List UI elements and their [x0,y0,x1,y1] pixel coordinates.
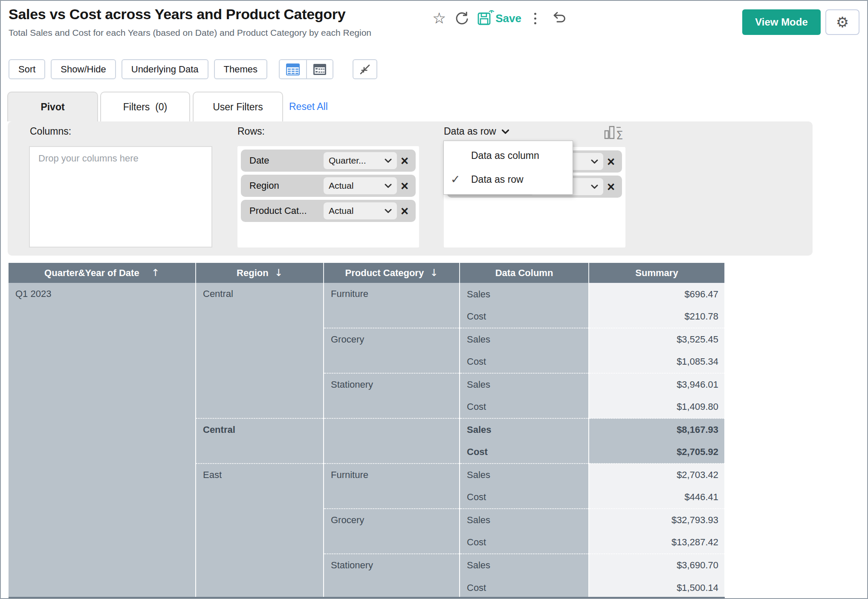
columns-placeholder: Drop your columns here [38,153,139,164]
data-column-cell: Cost [460,441,589,464]
page-title: Sales vs Cost across Years and Product C… [9,6,345,23]
close-icon[interactable]: × [397,204,412,218]
chevron-down-icon [501,129,509,134]
header-product-category[interactable]: Product Category↓ [324,263,460,283]
tab-bar: Pivot Filters (0) User Filters Reset All [1,92,867,121]
page-subtitle: Total Sales and Cost for each Years (bas… [9,28,371,38]
close-icon[interactable]: × [603,180,619,193]
rows-label: Rows: [237,126,265,137]
pivot-table: Quarter&Year of Date↑ Region↓ Product Ca… [9,263,725,599]
refresh-icon[interactable] [454,11,469,26]
summary-value-cell: $1,500.14 [589,576,725,599]
sort-desc-icon: ↓ [430,267,438,278]
show-hide-button[interactable]: Show/Hide [51,59,116,79]
app-window: Sales vs Cost across Years and Product C… [0,0,868,599]
themes-button[interactable]: Themes [214,59,267,79]
data-column-cell: Cost [460,305,589,328]
pivot-table-view-icon[interactable] [306,60,333,78]
sort-button[interactable]: Sort [9,59,45,79]
chip-aggregate-select[interactable]: Actual [324,202,397,219]
close-icon[interactable]: × [397,154,412,167]
product-cell: Stationery [324,373,460,418]
header-quarter-year[interactable]: Quarter&Year of Date↑ [9,263,196,283]
reset-all-link[interactable]: Reset All [289,92,328,121]
data-column-cell: Cost [460,351,589,373]
menu-item-data-as-column[interactable]: Data as column [444,144,573,167]
chip-field-label: Product Cat... [249,205,324,216]
pivot-config-panel: Columns: Drop your columns here Rows: Da… [8,121,813,256]
row-chip-date[interactable]: Date Quarter... × [241,150,416,172]
more-options-kebab-icon[interactable] [532,10,538,27]
save-button[interactable]: * Save [477,10,521,26]
summary-value-cell: $32,793.93 [589,509,725,531]
region-subtotal-cell: Central [196,418,324,464]
tab-pivot[interactable]: Pivot [7,92,98,121]
data-column-cell: Sales [460,373,589,396]
close-icon[interactable]: × [603,155,619,168]
product-cell: Stationery [324,554,460,599]
svg-text:Σ: Σ [616,129,623,141]
table-row: Q1 2023 Central Furniture Sales $696.47 [9,283,725,305]
chip-field-label: Date [249,155,324,166]
chip-aggregate-select[interactable]: Actual [324,177,397,194]
product-cell: Furniture [324,464,460,509]
columns-drop-zone[interactable]: Drop your columns here [29,146,212,248]
data-column-cell: Sales [460,509,589,531]
close-icon[interactable]: × [397,179,412,193]
table-header-row: Quarter&Year of Date↑ Region↓ Product Ca… [9,263,725,283]
chevron-down-icon [591,159,598,164]
sort-desc-icon: ↓ [275,267,283,278]
pivot-table-region: Quarter&Year of Date↑ Region↓ Product Ca… [9,263,725,599]
summary-subtotal-cell: $8,167.93 [589,418,725,441]
summary-columns-icon[interactable]: Σ [604,124,624,143]
columns-label: Columns: [30,126,71,137]
tab-user-filters[interactable]: User Filters [193,92,283,121]
check-icon: ✓ [451,173,460,186]
data-column-cell: Sales [460,328,589,351]
menu-item-data-as-row[interactable]: ✓ Data as row [444,167,573,191]
view-mode-button[interactable]: View Mode [742,9,821,35]
favorite-star-icon[interactable]: ☆ [432,11,446,26]
chevron-down-icon [385,158,392,163]
row-chip-region[interactable]: Region Actual × [241,175,416,197]
header-data-column[interactable]: Data Column [460,263,589,283]
undo-icon[interactable] [550,11,567,26]
product-cell: Grocery [324,509,460,554]
region-cell: East [196,464,324,599]
header-region[interactable]: Region↓ [196,263,324,283]
product-cell-empty [324,418,460,464]
chevron-down-icon [591,184,598,189]
data-column-cell: Sales [460,418,589,441]
table-bottom-edge [9,597,725,599]
plain-table-view-icon[interactable] [280,60,306,78]
rows-drop-zone[interactable]: Date Quarter... × Region Actual × Produc… [237,146,419,248]
quarter-cell: Q1 2023 [9,283,196,599]
summary-value-cell: $210.78 [589,305,725,328]
data-as-row-dropdown-trigger[interactable]: Data as row [444,126,509,137]
summary-value-cell: $3,525.45 [589,328,725,351]
sort-asc-icon: ↑ [151,267,159,278]
data-column-cell: Sales [460,283,589,305]
summary-value-cell: $3,690.70 [589,554,725,576]
save-label: Save [495,12,521,25]
summary-value-cell: $3,946.01 [589,373,725,396]
gear-icon: ⚙ [836,15,849,29]
collapse-panel-icon[interactable] [353,59,377,79]
header-summary[interactable]: Summary [589,263,725,283]
table-view-toggle-group [279,59,333,79]
data-column-cell: Cost [460,576,589,599]
settings-button[interactable]: ⚙ [825,9,859,35]
save-icon: * [477,10,495,26]
underlying-data-button[interactable]: Underlying Data [122,59,208,79]
data-orientation-menu: Data as column ✓ Data as row [443,141,573,195]
summary-value-cell: $1,085.34 [589,351,725,373]
tab-filters[interactable]: Filters (0) [100,92,190,121]
summary-value-cell: $1,409.80 [589,396,725,418]
row-chip-product-category[interactable]: Product Cat... Actual × [241,200,416,222]
title-action-bar: ☆ * Save [432,9,567,28]
summary-value-cell: $2,703.42 [589,464,725,486]
chip-aggregate-select[interactable]: Quarter... [324,152,397,169]
data-column-cell: Cost [460,531,589,554]
data-column-cell: Cost [460,396,589,418]
summary-value-cell: $13,287.42 [589,531,725,554]
